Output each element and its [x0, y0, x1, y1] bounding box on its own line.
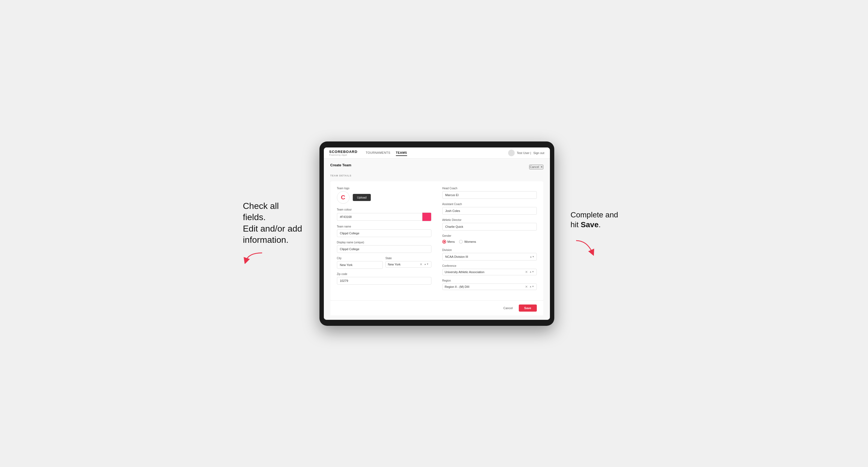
nav-tournaments[interactable]: TOURNAMENTS — [366, 150, 390, 156]
upload-button[interactable]: Upload — [353, 194, 371, 201]
annotation-right-text: Complete and hit Save. — [571, 210, 625, 230]
athletic-director-label: Athletic Director — [442, 218, 537, 221]
zip-input[interactable] — [337, 277, 431, 285]
division-select[interactable]: NCAA Division III — [442, 253, 537, 260]
form-body: Team logo C Upload Team colour — [330, 181, 544, 301]
city-input[interactable] — [337, 261, 383, 269]
brand-logo: SCOREBOARD Powered by clippit — [329, 150, 358, 156]
team-name-input[interactable] — [337, 229, 431, 237]
user-label: Test User | — [517, 151, 531, 155]
city-group: City — [337, 257, 383, 269]
head-coach-input[interactable] — [442, 191, 537, 199]
logo-preview: C — [337, 191, 349, 204]
region-value: Region II - (M) DIII — [445, 285, 523, 288]
zip-group: Zip code — [337, 273, 431, 285]
conference-value: University Athletic Association — [445, 270, 523, 274]
gender-group: Gender Mens Womens — [442, 234, 537, 245]
state-arrows-icon: ▲▼ — [424, 263, 429, 266]
gender-radio-group: Mens Womens — [442, 239, 537, 245]
brand-sub: Powered by clippit — [329, 154, 358, 156]
assistant-coach-input[interactable] — [442, 207, 537, 215]
division-label: Division — [442, 249, 537, 251]
close-icon: ✕ — [540, 165, 543, 169]
tablet-screen: SCOREBOARD Powered by clippit TOURNAMENT… — [324, 148, 550, 320]
cancel-button[interactable]: Cancel — [500, 305, 516, 311]
team-logo-label: Team logo — [337, 187, 431, 190]
head-coach-group: Head Coach — [442, 187, 537, 199]
team-colour-group: Team colour — [337, 208, 431, 221]
division-select-wrap: NCAA Division III ▲▼ — [442, 253, 537, 260]
conference-arrows-icon: ▲▼ — [529, 271, 534, 273]
page-header: Create Team Cancel ✕ — [330, 163, 544, 171]
team-colour-label: Team colour — [337, 208, 431, 211]
annotation-left-text: Check all fields. Edit and/or add inform… — [243, 200, 303, 246]
state-value: New York — [388, 263, 418, 266]
section-header: TEAM DETAILS — [330, 174, 544, 177]
main-content: Create Team Cancel ✕ TEAM DETAILS Team l… — [324, 159, 550, 320]
team-name-group: Team name — [337, 225, 431, 237]
division-group: Division NCAA Division III ▲▼ — [442, 249, 537, 260]
gender-mens-radio[interactable]: Mens — [442, 240, 455, 244]
display-name-label: Display name (unique) — [337, 241, 431, 244]
region-arrows-icon: ▲▼ — [529, 285, 534, 288]
region-clear-icon[interactable]: ✕ — [525, 285, 528, 289]
arrow-right-indicator — [571, 238, 625, 257]
state-label: State — [385, 257, 431, 260]
radio-dot-womens — [459, 240, 463, 244]
form-right-col: Head Coach Assistant Coach Athletic Dire… — [442, 187, 537, 294]
gender-mens-label: Mens — [447, 240, 455, 243]
region-group: Region Region II - (M) DIII ✕ ▲▼ — [442, 279, 537, 290]
region-select[interactable]: Region II - (M) DIII ✕ ▲▼ — [442, 283, 537, 290]
display-name-input[interactable] — [337, 245, 431, 253]
head-coach-label: Head Coach — [442, 187, 537, 190]
team-name-label: Team name — [337, 225, 431, 228]
nav-items: TOURNAMENTS TEAMS — [366, 150, 508, 156]
team-logo-group: Team logo C Upload — [337, 187, 431, 204]
gender-womens-label: Womens — [464, 240, 476, 243]
form-footer: Cancel Save — [330, 301, 544, 315]
radio-dot-mens — [442, 240, 446, 244]
sign-out-link[interactable]: Sign out — [533, 151, 544, 155]
city-state-row: City State New York ✕ ▲▼ — [337, 257, 431, 269]
athletic-director-input[interactable] — [442, 223, 537, 230]
state-clear-icon[interactable]: ✕ — [420, 262, 423, 266]
athletic-director-group: Athletic Director — [442, 218, 537, 230]
state-group: State New York ✕ ▲▼ — [385, 257, 431, 269]
city-label: City — [337, 257, 383, 260]
tablet-device: SCOREBOARD Powered by clippit TOURNAMENT… — [319, 142, 554, 326]
region-label: Region — [442, 279, 537, 282]
colour-input-wrap — [337, 213, 431, 221]
gender-label: Gender — [442, 234, 537, 237]
form-left-col: Team logo C Upload Team colour — [337, 187, 431, 294]
conference-select[interactable]: University Athletic Association ✕ ▲▼ — [442, 269, 537, 275]
conference-label: Conference — [442, 264, 537, 268]
team-colour-input[interactable] — [337, 213, 422, 221]
city-state-group: City State New York ✕ ▲▼ — [337, 257, 431, 269]
nav-teams[interactable]: TEAMS — [396, 150, 407, 156]
page-title: Create Team — [330, 163, 351, 167]
state-select[interactable]: New York ✕ ▲▼ — [385, 261, 431, 268]
zip-label: Zip code — [337, 273, 431, 276]
assistant-coach-label: Assistant Coach — [442, 203, 537, 206]
nav-right: Test User | Sign out — [508, 150, 545, 156]
gender-womens-radio[interactable]: Womens — [459, 240, 476, 244]
display-name-group: Display name (unique) — [337, 241, 431, 253]
annotation-left: Check all fields. Edit and/or add inform… — [243, 200, 303, 267]
colour-swatch[interactable] — [422, 213, 431, 221]
conference-group: Conference University Athletic Associati… — [442, 264, 537, 275]
user-avatar — [508, 150, 515, 156]
save-button[interactable]: Save — [519, 305, 537, 312]
annotation-right: Complete and hit Save. — [571, 210, 625, 257]
cancel-top-button[interactable]: Cancel ✕ — [529, 165, 543, 169]
assistant-coach-group: Assistant Coach — [442, 203, 537, 215]
logo-area: C Upload — [337, 191, 431, 204]
conference-clear-icon[interactable]: ✕ — [525, 270, 528, 274]
brand-title: SCOREBOARD — [329, 150, 358, 154]
navbar: SCOREBOARD Powered by clippit TOURNAMENT… — [324, 148, 550, 159]
arrow-left-indicator — [243, 250, 303, 267]
